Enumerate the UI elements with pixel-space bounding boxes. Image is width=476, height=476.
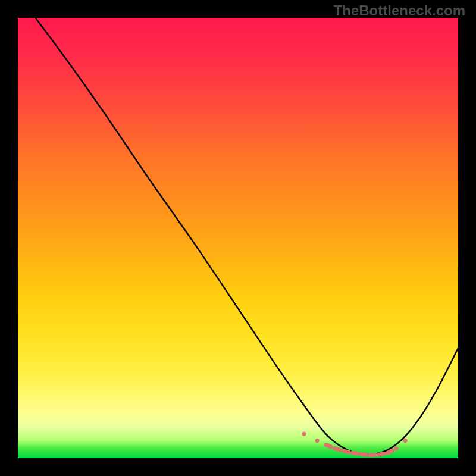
marker-dash — [335, 449, 340, 450]
chart-svg — [18, 18, 458, 458]
marker-dash — [326, 445, 331, 447]
marker-dash — [388, 450, 393, 453]
marker-dash — [379, 453, 384, 455]
marker-dot — [315, 439, 320, 443]
watermark-text: TheBottleneck.com — [334, 2, 465, 19]
valley-markers — [302, 432, 408, 455]
marker-dash — [344, 451, 349, 452]
plot-area — [18, 18, 458, 458]
bottleneck-curve — [36, 18, 458, 455]
marker-dot — [302, 432, 306, 436]
marker-dash — [352, 453, 357, 453]
marker-dot — [403, 439, 408, 443]
marker-dot — [394, 446, 399, 450]
marker-dash — [361, 454, 366, 455]
